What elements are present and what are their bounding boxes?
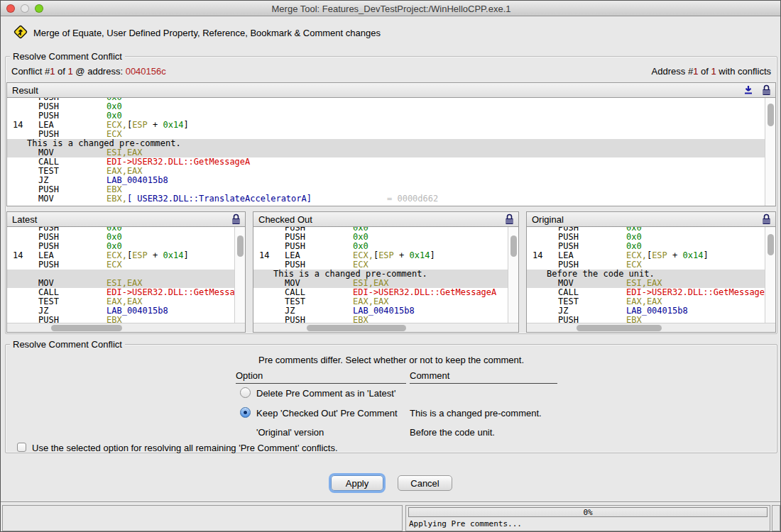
use-for-all-label: Use the selected option for resolving al… [32,443,338,453]
original-horizontal-scrollbar[interactable] [527,323,775,332]
progress-area: 0% Applying Pre comments... [405,505,770,531]
code-line[interactable]: PUSHEBX [527,316,765,323]
checkedout-panel: Checked Out PUSH0x0PUSH0x0PUSH0x014LEAEC… [253,211,519,333]
progress-message: Applying Pre comments... [409,519,522,528]
lock-icon[interactable] [761,84,772,98]
comment-column-header: Comment [410,370,557,384]
checkedout-listing[interactable]: PUSH0x0PUSH0x0PUSH0x014LEAECX,[ESP + 0x1… [253,227,508,323]
cancel-button[interactable]: Cancel [398,475,452,491]
checkedout-panel-title: Checked Out [258,214,312,225]
conflict-counter: Conflict #1 of 1 @ address: 0040156c [11,66,166,77]
lock-icon[interactable] [761,214,772,227]
status-divider [1,501,781,503]
latest-panel: Latest PUSH0x0PUSH0x0PUSH0x014LEAECX,[ES… [6,211,246,333]
checkedout-vertical-scrollbar[interactable] [508,227,518,323]
latest-panel-header: Latest [7,212,245,227]
original-vertical-scrollbar[interactable] [765,227,775,323]
code-line[interactable]: PUSHEBX [253,316,508,323]
checkedout-panel-header: Checked Out [253,212,518,227]
latest-horizontal-scrollbar[interactable] [7,323,245,332]
progress-bar: 0% [408,507,768,517]
merge-sign-icon [12,23,29,43]
latest-vertical-scrollbar[interactable] [234,227,245,323]
use-for-all-checkbox[interactable] [17,443,26,452]
result-vertical-scrollbar[interactable] [765,98,775,206]
lock-icon[interactable] [504,214,515,227]
original-panel-header: Original [527,212,775,227]
code-line[interactable]: MOVEBX,[ USER32.DLL::TranslateAccelerato… [7,194,765,204]
latest-panel-title: Latest [12,214,37,225]
checkedout-horizontal-scrollbar[interactable] [253,323,518,332]
latest-listing[interactable]: PUSH0x0PUSH0x0PUSH0x014LEAECX,[ESP + 0x1… [7,227,234,323]
result-listing[interactable]: PUSH0x0PUSH0x0PUSH0x014LEAECX,[ESP + 0x1… [7,98,765,206]
merge-banner: Merge of Equate, User Defined Property, … [1,17,781,48]
status-message-area [2,505,403,531]
window-title: Merge Tool: Features_DevTestProject:/Win… [1,4,781,14]
resolve-conflict-group-bottom: Resolve Comment Conflict Pre comments di… [5,344,777,453]
radio-delete-latest[interactable] [240,387,251,398]
banner-message: Merge of Equate, User Defined Property, … [33,28,381,38]
group2-legend: Resolve Comment Conflict [10,339,125,350]
code-line[interactable]: PUSHECX [7,260,234,270]
resize-grip[interactable] [772,505,780,531]
code-line[interactable]: PUSHEBX [7,316,234,323]
group1-legend: Resolve Comment Conflict [10,51,125,62]
lock-icon[interactable] [231,214,241,227]
option-label: Delete Pre Comment as in 'Latest' [256,388,395,399]
option-comment: Before the code unit. [410,427,495,438]
option-label: 'Original' version [256,427,324,438]
original-panel-title: Original [532,214,564,225]
option-column-header: Option [236,370,406,384]
radio-keep-checkedout[interactable] [240,407,251,418]
option-comment: This is a changed pre-comment. [410,408,542,419]
window-titlebar[interactable]: Merge Tool: Features_DevTestProject:/Win… [1,1,781,16]
result-panel-header: Result [7,83,775,98]
result-panel: Result PUSH0x0PUSH0x0PUSH0x014LEAECX,[ES… [6,82,776,206]
original-panel: Original PUSH0x0PUSH0x0PUSH0x014LEAECX,[… [526,211,776,333]
option-label: Keep 'Checked Out' Pre Comment [256,408,398,419]
result-panel-title: Result [12,85,38,96]
apply-button[interactable]: Apply [331,475,383,491]
address-counter: Address #1 of 1 with conflicts [652,66,771,77]
original-listing[interactable]: PUSH0x0PUSH0x0PUSH0x014LEAECX,[ESP + 0x1… [527,227,765,323]
resolve-instruction: Pre comments differ. Select whether or n… [6,355,777,365]
download-arrow-icon[interactable] [743,84,754,98]
